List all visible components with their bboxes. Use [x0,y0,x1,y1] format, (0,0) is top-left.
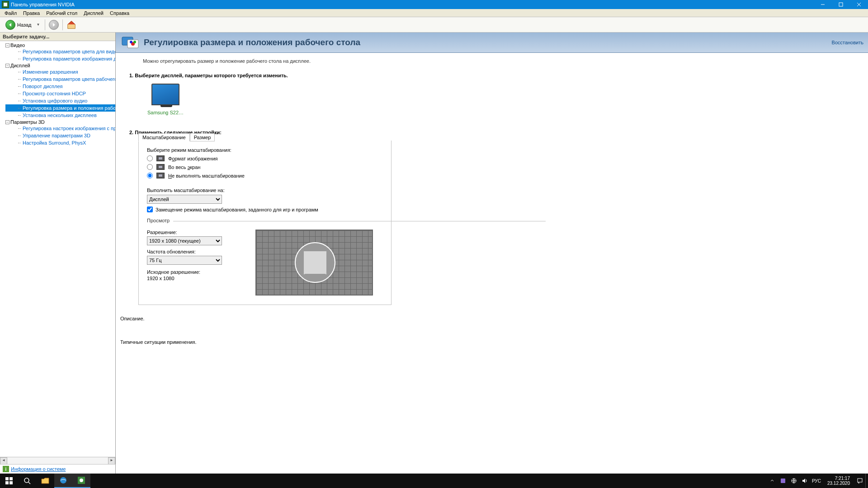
menu-file[interactable]: Файл [2,10,19,16]
native-res-value: 868 x 488 [147,276,228,281]
tree-item[interactable]: Регулировка параметров изображения для в… [5,55,115,62]
menubar: Файл Правка Рабочий стол Дисплей Справка [0,9,868,17]
show-desktop-button[interactable] [865,474,868,488]
page-header: Регулировка размера и положения рабочего… [116,33,868,53]
svg-rect-18 [781,479,785,483]
system-info-link[interactable]: Информация о системе [11,466,66,472]
back-arrow-icon [5,20,15,30]
svg-rect-12 [9,481,13,484]
mini-monitor-icon [156,164,165,170]
back-dropdown[interactable]: ▼ [35,23,42,27]
tree-item[interactable]: Просмотр состояния HDCP [5,90,115,97]
settings-tabs: Масштабирование Размер Выберите режим ма… [138,141,392,305]
radio-aspect-label: Формат изображения [168,156,218,161]
restore-defaults-link[interactable]: Восстановить [832,40,863,45]
start-button[interactable] [0,474,18,488]
taskbar-browser[interactable] [54,474,72,488]
toolbar-separator [62,19,63,30]
monitor-icon [151,84,179,105]
tree-item[interactable]: Поворот дисплея [5,83,115,90]
radio-noscale[interactable] [147,173,153,178]
svg-rect-1 [839,3,843,6]
svg-line-14 [28,482,30,484]
tray-language[interactable]: РУС [812,479,821,483]
tree-item[interactable]: Изменение разрешения [5,68,115,75]
svg-rect-20 [858,479,862,482]
taskbar-explorer[interactable] [36,474,54,488]
tray-people-icon[interactable] [779,477,787,484]
menu-edit[interactable]: Правка [20,10,42,16]
tree-item[interactable]: Настройка Surround, PhysX [5,139,115,146]
page-title: Регулировка размера и положения рабочего… [144,38,832,47]
preview-legend: Просмотр [147,218,383,223]
search-button[interactable] [18,474,36,488]
scroll-right-button[interactable]: ► [108,457,115,465]
tree-item[interactable]: Регулировка параметров цвета рабочего ст… [5,75,115,83]
radio-aspect[interactable] [147,155,153,161]
menu-desktop[interactable]: Рабочий стол [43,10,80,16]
page-icon [120,34,140,51]
minimize-button[interactable] [814,0,832,9]
task-tree: −Видео Регулировка параметров цвета для … [0,41,115,457]
tree-group-display[interactable]: −Дисплей [5,63,115,68]
scaling-mode-label: Выберите режим масштабирования: [147,147,383,153]
svg-rect-9 [5,477,9,480]
tree-item-selected[interactable]: Регулировка размера и положения рабочего… [5,104,115,112]
display-selector[interactable]: Samsung S22… [147,84,184,115]
taskbar-clock[interactable]: 7:21:17 23.12.2020 [825,476,853,486]
titlebar: Панель управления NVIDIA [0,0,868,9]
back-button[interactable]: Назад [4,19,33,31]
menu-help[interactable]: Справка [107,10,132,16]
taskbar: РУС 7:21:17 23.12.2020 [0,474,868,488]
toolbar: Назад ▼ [0,17,868,33]
maximize-button[interactable] [832,0,850,9]
svg-rect-11 [5,481,9,484]
close-button[interactable] [850,0,868,9]
back-label: Назад [17,22,32,28]
override-label: Замещение режима масштабирования, заданн… [156,207,318,212]
sidebar-header: Выберите задачу... [0,33,115,41]
window-title: Панель управления NVIDIA [11,2,814,7]
tree-item[interactable]: Регулировка настроек изображения с просм… [5,125,115,132]
svg-point-7 [133,41,136,43]
tree-item[interactable]: Управление параметрами 3D [5,132,115,139]
taskbar-nvidia[interactable] [72,474,90,488]
info-icon: i [3,466,9,472]
svg-point-8 [130,41,132,43]
scroll-left-button[interactable]: ◄ [0,457,7,465]
tab-size[interactable]: Размер [190,133,215,141]
sidebar-hscrollbar[interactable]: ◄ ► [0,457,115,464]
perform-on-label: Выполнить масштабирование на: [147,188,383,193]
tree-item[interactable]: Установка нескольких дисплеев [5,112,115,119]
refresh-select[interactable]: 75 Гц [147,256,222,265]
radio-fullscreen[interactable] [147,164,153,170]
sidebar-footer: i Информация о системе [0,464,115,474]
svg-point-13 [24,478,29,483]
tray-notifications-icon[interactable] [856,477,863,484]
tree-item[interactable]: Установка цифрового аудио [5,97,115,104]
tray-volume-icon[interactable] [801,477,808,484]
resolution-label: Разрешение: [147,230,228,235]
home-button[interactable] [66,20,76,30]
step1-heading: 1. Выберите дисплей, параметры которого … [129,73,868,78]
clock-time: 7:21:17 [827,476,850,481]
scroll-track[interactable] [7,457,108,465]
clock-date: 23.12.2020 [827,481,850,486]
tab-scaling[interactable]: Масштабирование [138,133,190,141]
resolution-select[interactable]: 868 x 488 (текущее) [147,236,222,245]
override-checkbox[interactable] [147,206,153,212]
sidebar: Выберите задачу... −Видео Регулировка па… [0,33,116,474]
radio-noscale-label: Не выполнять масштабирование [168,173,245,178]
toolbar-separator [45,19,45,30]
tree-group-video[interactable]: −Видео [5,42,115,48]
mini-monitor-icon [156,155,165,161]
tray-network-icon[interactable] [790,477,797,484]
tree-group-3d[interactable]: −Параметры 3D [5,119,115,125]
tray-chevron-icon[interactable] [769,477,776,484]
perform-on-select[interactable]: Дисплей [147,195,222,204]
mini-monitor-icon [156,173,165,178]
tree-item[interactable]: Регулировка параметров цвета для видео [5,48,115,55]
menu-display[interactable]: Дисплей [81,10,106,16]
forward-button[interactable] [49,20,59,30]
svg-rect-10 [9,477,13,480]
